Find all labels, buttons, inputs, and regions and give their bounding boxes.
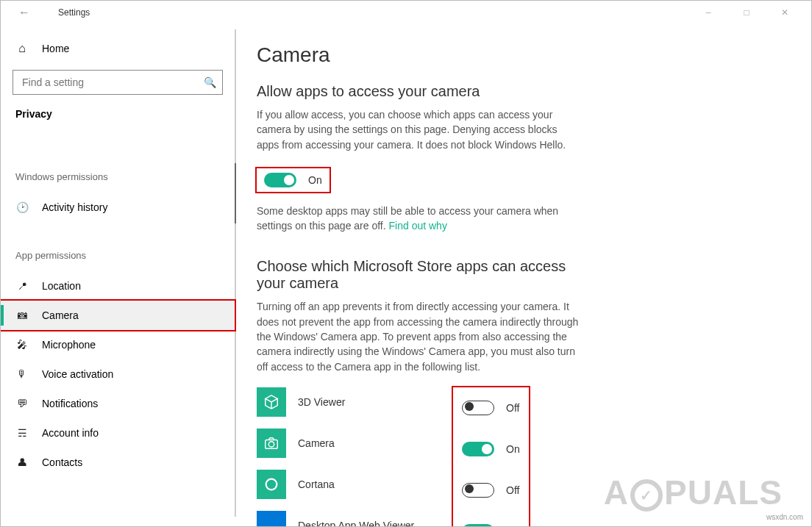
cube-icon: [257, 387, 286, 417]
sidebar-item-label: Voice activation: [42, 368, 113, 380]
microphone-icon: 🎤︎: [15, 339, 29, 351]
allow-description: If you allow access, you can choose whic…: [257, 107, 580, 152]
app-list: 3D Viewer Camera Cortana: [257, 386, 811, 526]
blank-app-icon: [257, 511, 286, 526]
search-input-wrapper[interactable]: 🔍: [13, 70, 223, 95]
sidebar-item-account-info[interactable]: ☴ Account info: [1, 418, 235, 448]
app-row-3d-viewer: 3D Viewer: [257, 386, 449, 418]
sidebar-item-label: Account info: [42, 427, 99, 439]
contacts-icon: 👤︎: [15, 456, 29, 468]
allow-heading: Allow apps to access your camera: [257, 83, 580, 100]
account-icon: ☴: [15, 427, 29, 439]
sidebar-item-camera[interactable]: 📷︎ Camera: [1, 301, 235, 330]
app-row-desktop-web-viewer: Desktop App Web Viewer: [257, 509, 449, 526]
sidebar-item-voice-activation[interactable]: 🎙︎ Voice activation: [1, 359, 235, 389]
app-name: Desktop App Web Viewer: [298, 520, 449, 526]
toggle-state: On: [506, 443, 520, 455]
sidebar-item-contacts[interactable]: 👤︎ Contacts: [1, 448, 235, 477]
voice-icon: 🎙︎: [15, 368, 29, 380]
toggle-cortana[interactable]: [462, 483, 494, 498]
camera-app-icon: [257, 429, 286, 458]
search-input[interactable]: [22, 76, 204, 88]
close-button[interactable]: ✕: [770, 7, 799, 18]
sidebar-item-label: Notifications: [42, 398, 98, 409]
section-windows-permissions: Windows permissions: [1, 168, 235, 185]
sidebar-item-microphone[interactable]: 🎤︎ Microphone: [1, 330, 235, 359]
sidebar-item-label: Camera: [42, 309, 79, 321]
allow-toggle-container: On: [257, 168, 330, 192]
allow-note: Some desktop apps may still be able to a…: [257, 204, 580, 234]
notifications-icon: 💬︎: [15, 398, 29, 409]
sidebar-item-location[interactable]: 📍︎ Location: [1, 271, 235, 301]
sidebar-item-label: Location: [42, 280, 81, 292]
content-pane: Camera Allow apps to access your camera …: [235, 24, 811, 526]
svg-point-1: [268, 442, 274, 447]
toggle-state: Off: [506, 402, 519, 414]
sidebar-item-label: Contacts: [42, 456, 82, 468]
back-icon[interactable]: ←: [18, 6, 32, 19]
app-row-camera: Camera: [257, 427, 449, 459]
allow-apps-toggle[interactable]: [264, 173, 296, 187]
toggle-state: Off: [506, 484, 519, 496]
cortana-icon: [257, 470, 286, 499]
app-row-cortana: Cortana: [257, 468, 449, 501]
toggle-desktop-web-viewer[interactable]: [462, 524, 494, 526]
home-nav[interactable]: ⌂ Home: [1, 37, 235, 60]
app-name: Camera: [298, 437, 449, 449]
svg-point-2: [266, 479, 277, 490]
app-name: Cortana: [298, 478, 449, 490]
location-icon: 📍︎: [15, 280, 29, 292]
app-name: 3D Viewer: [298, 396, 449, 408]
find-out-why-link[interactable]: Find out why: [389, 220, 447, 232]
sidebar-item-label: Activity history: [42, 201, 107, 213]
category-label: Privacy: [1, 102, 235, 126]
section-app-permissions: App permissions: [1, 247, 235, 264]
sidebar-item-activity-history[interactable]: 🕑 Activity history: [1, 193, 235, 222]
maximize-button[interactable]: □: [732, 7, 761, 18]
pane-divider: [235, 29, 236, 517]
titlebar: ← Settings – □ ✕: [1, 1, 811, 24]
toggle-camera-app[interactable]: [462, 442, 494, 456]
allow-toggle-state: On: [308, 174, 322, 186]
toggle-state: On: [506, 526, 520, 526]
choose-heading: Choose which Microsoft Store apps can ac…: [257, 258, 580, 292]
history-icon: 🕑: [15, 201, 29, 213]
sidebar-item-notifications[interactable]: 💬︎ Notifications: [1, 389, 235, 418]
choose-description: Turning off an app prevents it from dire…: [257, 299, 580, 373]
page-title: Camera: [257, 43, 811, 67]
minimize-button[interactable]: –: [694, 7, 723, 18]
search-icon: 🔍: [204, 76, 216, 88]
app-toggle-highlight-box: Off On Off On: [452, 386, 530, 526]
sidebar: ⌂ Home 🔍 Privacy Windows permissions 🕑 A…: [1, 24, 235, 526]
toggle-3d-viewer[interactable]: [462, 401, 494, 415]
camera-icon: 📷︎: [15, 309, 29, 321]
window-title: Settings: [58, 7, 694, 18]
sidebar-item-label: Microphone: [42, 339, 96, 351]
home-label: Home: [42, 43, 69, 54]
home-icon: ⌂: [15, 42, 29, 55]
attribution-text: wsxdn.com: [766, 513, 803, 521]
